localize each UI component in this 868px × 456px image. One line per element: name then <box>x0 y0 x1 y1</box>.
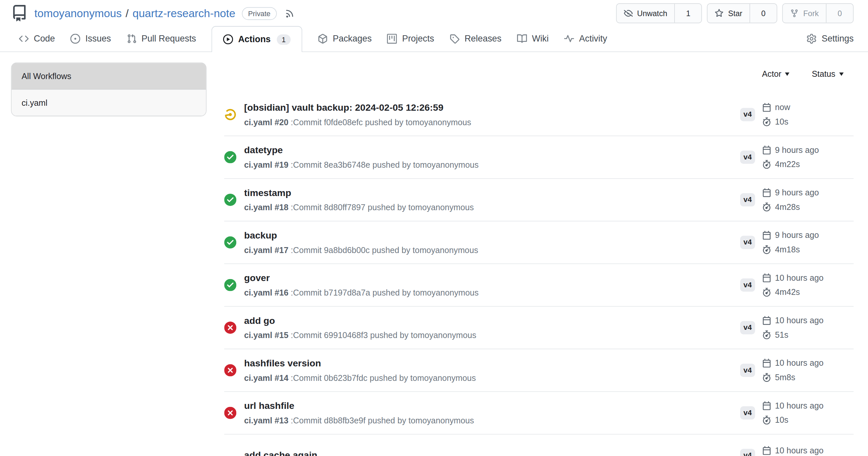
version-badge: v4 <box>740 406 755 419</box>
run-meta: v4 10 hours ago 4m42s <box>740 271 854 299</box>
workflow-run-row[interactable]: gover ci.yaml #16 :Commit b7197d8a7a pus… <box>224 264 854 306</box>
tab-releases[interactable]: Releases <box>450 25 501 52</box>
tab-label: Wiki <box>532 34 549 43</box>
actor-filter-dropdown[interactable]: Actor <box>762 69 789 79</box>
fork-button[interactable]: Fork 0 <box>782 3 854 23</box>
calendar-icon <box>762 273 771 282</box>
tab-settings[interactable]: Settings <box>807 25 854 52</box>
watch-count[interactable]: 1 <box>675 4 702 23</box>
project-icon <box>387 34 397 43</box>
repo-title: tomoyanonymous / quartz-research-note <box>34 7 235 20</box>
run-duration: 51s <box>775 328 788 341</box>
workflow-run-row[interactable]: backup ci.yaml #17 :Commit 9a8bd6b00c pu… <box>224 221 854 264</box>
tab-label: Pull Requests <box>142 34 196 43</box>
run-info: datetype ci.yaml #19 :Commit 8ea3b6748e … <box>244 143 740 171</box>
run-status-cell <box>224 279 236 291</box>
tab-pull-requests[interactable]: Pull Requests <box>127 25 196 52</box>
run-title-link[interactable]: gover <box>244 271 740 285</box>
version-badge: v4 <box>740 279 755 292</box>
repo-name-link[interactable]: quartz-research-note <box>132 7 235 20</box>
code-icon <box>19 34 29 43</box>
success-icon <box>224 279 236 291</box>
calendar-icon <box>762 231 771 239</box>
eye-closed-icon <box>624 9 633 18</box>
tab-label: Code <box>34 34 55 43</box>
star-button[interactable]: Star 0 <box>707 3 777 23</box>
failure-icon <box>224 407 236 419</box>
run-subtitle: ci.yaml #17 :Commit 9a8bd6b00c pushed by… <box>244 243 740 257</box>
run-duration: 4m42s <box>775 286 800 299</box>
tab-activity[interactable]: Activity <box>564 25 607 52</box>
run-subtitle: ci.yaml #19 :Commit 8ea3b6748e pushed by… <box>244 158 740 171</box>
run-title-link[interactable]: add go <box>244 314 740 327</box>
run-commit-description: :Commit b7197d8a7a pushed by tomoyanonym… <box>291 288 478 297</box>
run-status-cell <box>224 364 236 376</box>
repo-book-icon <box>11 5 28 22</box>
in-progress-icon <box>224 108 236 121</box>
chevron-down-icon <box>839 72 844 75</box>
run-duration: 10s <box>775 115 788 128</box>
run-meta: v4 now 10s <box>740 101 854 129</box>
star-icon <box>715 9 724 18</box>
version-badge: v4 <box>740 449 755 456</box>
run-title-link[interactable]: url hashfile <box>244 399 740 413</box>
tab-label: Actions <box>238 34 271 44</box>
workflow-run-row[interactable]: url hashfile ci.yaml #13 :Commit d8b8fb3… <box>224 392 854 434</box>
workflow-run-row[interactable]: add cache again v4 10 hours ago <box>224 434 854 456</box>
run-info: [obsidian] vault backup: 2024-02-05 12:2… <box>244 100 740 129</box>
tab-label: Packages <box>333 34 372 43</box>
status-filter-dropdown[interactable]: Status <box>812 69 844 79</box>
run-workflow-ref: ci.yaml #15 <box>244 330 288 340</box>
rss-feed-icon[interactable] <box>284 8 294 18</box>
run-title-link[interactable]: backup <box>244 228 740 242</box>
run-duration: 10s <box>775 414 788 427</box>
version-badge: v4 <box>740 108 755 121</box>
tab-label: Releases <box>465 34 501 43</box>
tab-projects[interactable]: Projects <box>387 25 434 52</box>
sidebar-item-ci-yaml[interactable]: ci.yaml <box>11 90 206 116</box>
fork-count[interactable]: 0 <box>827 4 853 23</box>
run-relative-time: 10 hours ago <box>775 271 824 284</box>
workflow-run-row[interactable]: timestamp ci.yaml #18 :Commit 8d80ff7897… <box>224 179 854 221</box>
tab-wiki[interactable]: Wiki <box>517 25 549 52</box>
workflow-run-row[interactable]: [obsidian] vault backup: 2024-02-05 12:2… <box>224 94 854 136</box>
calendar-icon <box>762 359 771 368</box>
run-status-cell <box>224 449 236 456</box>
tab-label: Settings <box>822 34 854 43</box>
package-icon <box>318 34 328 43</box>
stopwatch-icon <box>762 288 771 297</box>
tab-packages[interactable]: Packages <box>318 25 371 52</box>
unwatch-button[interactable]: Unwatch 1 <box>616 3 702 23</box>
run-relative-time: now <box>775 101 790 114</box>
tab-code[interactable]: Code <box>19 25 55 52</box>
stopwatch-icon <box>762 117 771 126</box>
run-relative-time: 10 hours ago <box>775 357 824 370</box>
run-relative-time: 10 hours ago <box>775 314 824 327</box>
run-meta: v4 10 hours ago 5m8s <box>740 357 854 384</box>
version-badge: v4 <box>740 193 755 206</box>
tab-issues[interactable]: Issues <box>70 25 111 52</box>
workflow-run-row[interactable]: datetype ci.yaml #19 :Commit 8ea3b6748e … <box>224 136 854 178</box>
workflow-sidebar: All Workflows ci.yaml <box>11 63 207 116</box>
version-badge: v4 <box>740 364 755 377</box>
version-badge: v4 <box>740 236 755 249</box>
run-commit-description: :Commit 9a8bd6b00c pushed by tomoyanonym… <box>291 245 478 254</box>
run-title-link[interactable]: timestamp <box>244 186 740 200</box>
star-count[interactable]: 0 <box>750 4 777 23</box>
sidebar-item-all-workflows[interactable]: All Workflows <box>11 63 206 90</box>
run-title-link[interactable]: datetype <box>244 143 740 157</box>
run-title-link[interactable]: add cache again <box>244 448 740 456</box>
tab-label: Activity <box>579 34 607 43</box>
tab-actions[interactable]: Actions 1 <box>212 26 302 52</box>
run-commit-description: :Commit f0fde08efc pushed by tomoyanonym… <box>291 117 471 127</box>
repo-tab-nav: Code Issues Pull Requests Actions 1 Pack… <box>0 25 868 52</box>
repo-owner-link[interactable]: tomoyanonymous <box>34 7 122 20</box>
version-badge: v4 <box>740 321 755 334</box>
run-info: url hashfile ci.yaml #13 :Commit d8b8fb3… <box>244 399 740 427</box>
workflow-run-row[interactable]: add go ci.yaml #15 :Commit 69910468f3 pu… <box>224 307 854 349</box>
run-info: add cache again <box>244 448 740 456</box>
run-title-link[interactable]: [obsidian] vault backup: 2024-02-05 12:2… <box>244 100 740 114</box>
workflow-run-row[interactable]: hashfiles version ci.yaml #14 :Commit 0b… <box>224 349 854 392</box>
run-commit-description: :Commit d8b8fb3e9f pushed by tomoyanonym… <box>291 416 474 425</box>
run-title-link[interactable]: hashfiles version <box>244 356 740 370</box>
